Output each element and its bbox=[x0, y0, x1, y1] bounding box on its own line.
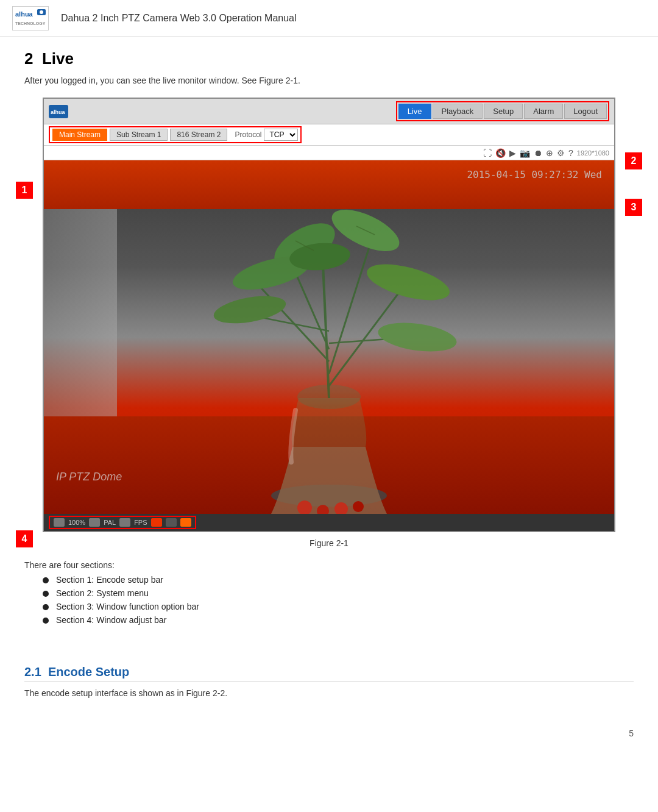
section-marker-4: 4 bbox=[16, 530, 33, 547]
camera-top-bar: alhua Live Playback Setup Alarm Logout bbox=[44, 99, 614, 124]
nav-setup-button[interactable]: Setup bbox=[484, 104, 523, 119]
iris-icon[interactable] bbox=[119, 518, 130, 527]
bullet-dot bbox=[43, 591, 49, 597]
section-item-label: Section 1: Encode setup bar bbox=[56, 575, 163, 585]
resolution-display: 1920*1080 bbox=[577, 149, 609, 157]
microphone-icon[interactable]: 🔇 bbox=[495, 148, 506, 158]
help-icon[interactable]: ? bbox=[568, 148, 573, 158]
camera-logo: alhua bbox=[49, 105, 68, 118]
alarm-icon[interactable] bbox=[180, 518, 191, 527]
list-item: Section 3: Window function option bar bbox=[43, 602, 634, 611]
list-item: Section 4: Window adjust bar bbox=[43, 615, 634, 625]
nav-live-button[interactable]: Live bbox=[398, 104, 431, 119]
protocol-select[interactable]: TCP UDP bbox=[264, 129, 298, 141]
section-item-label: Section 3: Window function option bar bbox=[56, 602, 199, 611]
nav-alarm-button[interactable]: Alarm bbox=[524, 104, 563, 119]
camera-interface: alhua Live Playback Setup Alarm Logout M… bbox=[43, 98, 615, 532]
section-item-label: Section 4: Window adjust bar bbox=[56, 615, 166, 625]
ptz-icon[interactable]: ⊕ bbox=[546, 148, 553, 158]
section-description-intro: There are four sections: bbox=[24, 560, 634, 570]
config-icon[interactable]: ⚙ bbox=[557, 148, 565, 158]
talk-icon[interactable] bbox=[166, 518, 177, 527]
record-icon[interactable]: ⏺ bbox=[534, 148, 542, 158]
page-content: 2 Live After you logged in, you can see … bbox=[0, 37, 658, 710]
svg-text:alhua: alhua bbox=[51, 109, 66, 115]
record-status-icon[interactable] bbox=[151, 518, 162, 527]
document-title: Dahua 2 Inch PTZ Camera Web 3.0 Operatio… bbox=[61, 13, 297, 24]
document-header: alhua TECHNOLOGY Dahua 2 Inch PTZ Camera… bbox=[0, 0, 658, 37]
bullet-dot bbox=[43, 618, 49, 624]
bottom-bar: 100% PAL FPS bbox=[44, 514, 614, 531]
svg-point-18 bbox=[363, 257, 453, 308]
sub-stream2-button[interactable]: 816 Stream 2 bbox=[170, 129, 227, 141]
svg-point-19 bbox=[211, 291, 288, 328]
svg-text:TECHNOLOGY: TECHNOLOGY bbox=[15, 21, 46, 26]
volume-icon[interactable]: ▶ bbox=[509, 148, 516, 158]
figure-wrapper: 1 4 2 3 bbox=[43, 98, 615, 532]
main-stream-button[interactable]: Main Stream bbox=[52, 129, 107, 141]
sub-stream1-button[interactable]: Sub Stream 1 bbox=[110, 129, 168, 141]
camera-logo-icon: alhua bbox=[49, 105, 68, 118]
protocol-label: Protocol bbox=[235, 130, 261, 139]
focus-icon[interactable] bbox=[89, 518, 100, 527]
svg-point-27 bbox=[353, 501, 364, 512]
zoom-text: 100% bbox=[68, 519, 85, 526]
bullet-dot bbox=[43, 604, 49, 610]
chapter-title: 2 Live bbox=[24, 49, 634, 68]
sections-list: Section 1: Encode setup bar Section 2: S… bbox=[43, 575, 634, 625]
svg-point-4 bbox=[40, 10, 43, 14]
video-watermark: IP PTZ Dome bbox=[56, 471, 122, 483]
list-item: Section 2: System menu bbox=[43, 588, 634, 598]
subsection-title: 2.1 Encode Setup bbox=[24, 665, 634, 682]
list-item: Section 1: Encode setup bar bbox=[43, 575, 634, 585]
section-marker-1: 1 bbox=[16, 182, 33, 199]
plant-image bbox=[201, 191, 457, 514]
video-timestamp: 2015-04-15 09:27:32 Wed bbox=[467, 169, 602, 180]
figure-caption: Figure 2-1 bbox=[24, 538, 634, 548]
svg-text:alhua: alhua bbox=[15, 10, 34, 18]
section-marker-3: 3 bbox=[625, 199, 642, 216]
resolution-text: PAL bbox=[104, 519, 116, 526]
nav-highlight-box: Live Playback Setup Alarm Logout bbox=[396, 101, 609, 121]
window-opts-bar: ⛶ 🔇 ▶ 📷 ⏺ ⊕ ⚙ ? 1920*1080 bbox=[44, 146, 614, 160]
bottom-bar-highlight: 100% PAL FPS bbox=[49, 516, 196, 529]
svg-line-12 bbox=[256, 282, 329, 361]
page-number: 5 bbox=[0, 722, 658, 744]
right-markers: 2 3 bbox=[625, 98, 642, 217]
left-markers: 1 4 bbox=[16, 98, 33, 549]
fullscreen-icon[interactable]: ⛶ bbox=[483, 148, 492, 158]
svg-point-20 bbox=[377, 318, 457, 356]
snapshot-icon[interactable]: 📷 bbox=[520, 148, 530, 158]
company-logo: alhua TECHNOLOGY bbox=[12, 6, 49, 30]
nav-playback-button[interactable]: Playback bbox=[433, 104, 483, 119]
nav-logout-button[interactable]: Logout bbox=[564, 104, 607, 119]
stream-bar-highlight: Main Stream Sub Stream 1 816 Stream 2 Pr… bbox=[49, 126, 302, 143]
stream-bar: Main Stream Sub Stream 1 816 Stream 2 Pr… bbox=[44, 124, 614, 146]
subsection-text: The encode setup interface is shown as i… bbox=[24, 688, 634, 698]
bullet-dot bbox=[43, 577, 49, 583]
logo-area: alhua TECHNOLOGY Dahua 2 Inch PTZ Camera… bbox=[12, 6, 297, 30]
pan-icon[interactable] bbox=[54, 518, 65, 527]
section-marker-2: 2 bbox=[625, 152, 642, 169]
fps-text: FPS bbox=[134, 519, 147, 526]
section-item-label: Section 2: System menu bbox=[56, 588, 149, 598]
intro-text: After you logged in, you can see the liv… bbox=[24, 76, 634, 85]
video-area: 2015-04-15 09:27:32 Wed IP PTZ Dome bbox=[44, 160, 614, 514]
